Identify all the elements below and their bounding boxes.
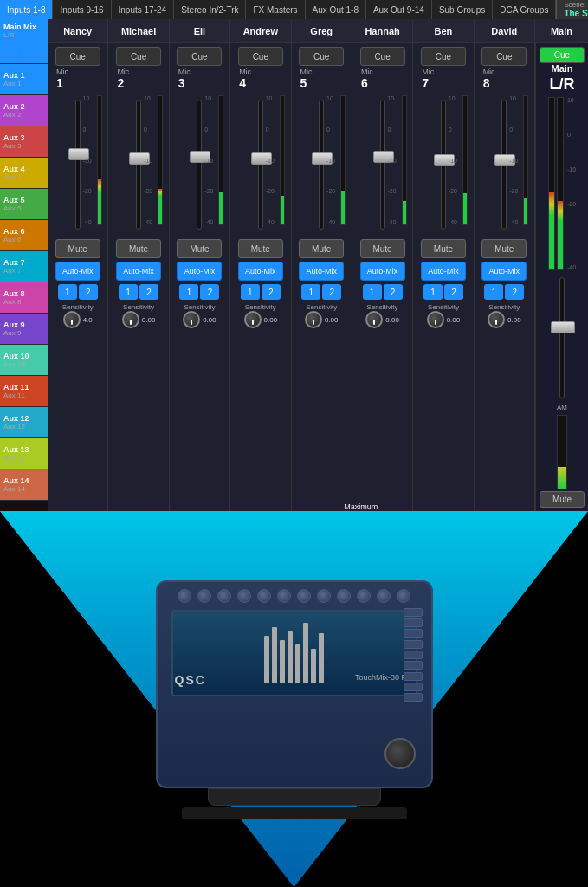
sensitivity-knob-6[interactable]: 0.00: [365, 311, 399, 328]
mute-btn-2[interactable]: Mute: [116, 239, 161, 258]
sidebar-item-aux2[interactable]: Aux 2 Aux 2: [0, 95, 48, 126]
device-nav-knob[interactable]: [384, 738, 416, 769]
device-knob-8[interactable]: [317, 589, 331, 603]
device-ctrl-btn-8[interactable]: [404, 683, 423, 691]
sidebar-item-aux8[interactable]: Aux 8 Aux 8: [0, 282, 48, 314]
device-knob-1[interactable]: [178, 589, 191, 603]
sensitivity-knob-8[interactable]: 0.00: [488, 311, 521, 328]
sidebar-item-aux13[interactable]: Aux 13 Aux 13: [0, 438, 48, 469]
automix-btn-5[interactable]: Auto-Mix: [299, 262, 344, 281]
device-knob-7[interactable]: [297, 589, 311, 603]
device-knob-9[interactable]: [337, 589, 351, 603]
mute-btn-7[interactable]: Mute: [421, 239, 466, 258]
device-knob-4[interactable]: [237, 589, 251, 603]
num-btn-6-2[interactable]: 2: [384, 284, 403, 300]
sensitivity-knob-4[interactable]: 0.00: [244, 311, 278, 328]
tab-aux-out-1-8[interactable]: Aux Out 1-8: [306, 0, 366, 19]
main-mute-btn[interactable]: Mute: [540, 491, 585, 508]
num-btn-8-1[interactable]: 1: [484, 284, 503, 300]
sensitivity-knob-3[interactable]: 0.00: [183, 311, 216, 328]
device-knob-3[interactable]: [217, 589, 231, 603]
mute-btn-8[interactable]: Mute: [481, 239, 527, 258]
sidebar-item-aux14[interactable]: Aux 14 Aux 14: [0, 469, 48, 501]
device-ctrl-btn-1[interactable]: [404, 608, 423, 617]
sidebar-item-aux6[interactable]: Aux 6 Aux 6: [0, 220, 48, 251]
fader-8[interactable]: 10 0 -10 -20 -40: [478, 95, 530, 234]
automix-btn-8[interactable]: Auto-Mix: [481, 262, 527, 281]
automix-btn-6[interactable]: Auto-Mix: [360, 262, 405, 281]
num-btn-2-1[interactable]: 1: [119, 284, 138, 300]
sidebar-item-aux11[interactable]: Aux 11 Aux 11: [0, 376, 48, 407]
main-cue-btn[interactable]: Cue: [540, 47, 585, 63]
num-btn-5-2[interactable]: 2: [322, 284, 341, 300]
num-btn-2-2[interactable]: 2: [139, 284, 158, 300]
num-btn-6-1[interactable]: 1: [363, 284, 382, 300]
fader-7[interactable]: 10 0 -10 -20 -40: [417, 95, 469, 234]
automix-btn-2[interactable]: Auto-Mix: [116, 262, 161, 281]
fader-4[interactable]: 10 0 -10 -20 -40: [235, 95, 287, 234]
sensitivity-knob-5[interactable]: 0.00: [305, 311, 339, 328]
device-knob-2[interactable]: [197, 589, 211, 603]
num-btn-5-1[interactable]: 1: [301, 284, 320, 300]
cue-btn-8[interactable]: Cue: [481, 47, 527, 66]
fader-5[interactable]: 10 0 -10 -20 -40: [295, 95, 347, 234]
num-btn-3-1[interactable]: 1: [179, 284, 198, 300]
sensitivity-knob-2[interactable]: 0.00: [122, 311, 156, 328]
tab-aux-out-9-14[interactable]: Aux Out 9-14: [366, 0, 432, 19]
tab-inputs-17-24[interactable]: Inputs 17-24: [112, 0, 175, 19]
automix-btn-3[interactable]: Auto-Mix: [177, 262, 222, 281]
tab-inputs-1-8[interactable]: Inputs 1-8: [0, 0, 53, 19]
cue-btn-5[interactable]: Cue: [299, 47, 344, 66]
mute-btn-6[interactable]: Mute: [360, 239, 405, 258]
num-btn-1-1[interactable]: 1: [58, 284, 77, 300]
device-ctrl-btn-4[interactable]: [404, 640, 423, 649]
device-ctrl-btn-5[interactable]: [404, 651, 423, 659]
automix-btn-4[interactable]: Auto-Mix: [238, 262, 283, 281]
cue-btn-3[interactable]: Cue: [177, 47, 222, 66]
num-btn-7-2[interactable]: 2: [444, 284, 463, 300]
num-btn-4-1[interactable]: 1: [241, 284, 260, 300]
sidebar-item-aux9[interactable]: Aux 9 Aux 9: [0, 314, 48, 345]
tab-fx-masters[interactable]: FX Masters: [246, 0, 305, 19]
mute-btn-1[interactable]: Mute: [55, 239, 100, 258]
cue-btn-7[interactable]: Cue: [421, 47, 466, 66]
automix-btn-7[interactable]: Auto-Mix: [421, 262, 466, 281]
automix-btn-1[interactable]: Auto-Mix: [55, 262, 100, 281]
device-knob-10[interactable]: [357, 589, 371, 603]
sidebar-item-aux3[interactable]: Aux 3 Aux 3: [0, 126, 48, 158]
num-btn-7-1[interactable]: 1: [423, 284, 443, 300]
cue-btn-6[interactable]: Cue: [360, 47, 405, 66]
cue-btn-1[interactable]: Cue: [55, 47, 100, 66]
device-ctrl-btn-2[interactable]: [404, 618, 423, 627]
cue-btn-4[interactable]: Cue: [238, 47, 283, 66]
tab-sub-groups[interactable]: Sub Groups: [432, 0, 493, 19]
num-btn-1-2[interactable]: 2: [79, 284, 98, 300]
mute-btn-3[interactable]: Mute: [177, 239, 222, 258]
device-knob-5[interactable]: [257, 589, 271, 603]
sidebar-item-aux10[interactable]: Aux 10 Aux 10: [0, 345, 48, 376]
sensitivity-knob-1[interactable]: 4.0: [63, 311, 93, 328]
fader-2[interactable]: 10 0 -10 -20 -40: [113, 95, 165, 234]
mute-btn-4[interactable]: Mute: [238, 239, 283, 258]
tab-stereo-in[interactable]: Stereo In/2-Trk: [174, 0, 246, 19]
sidebar-item-aux1[interactable]: Aux 1 Aux 1: [0, 64, 48, 95]
device-ctrl-btn-3[interactable]: [404, 629, 423, 638]
device-ctrl-btn-9[interactable]: [404, 693, 423, 702]
num-btn-8-2[interactable]: 2: [505, 284, 524, 300]
num-btn-4-2[interactable]: 2: [262, 284, 281, 300]
sidebar-item-main-mix[interactable]: Main Mix L/R: [0, 19, 48, 64]
mute-btn-5[interactable]: Mute: [299, 239, 344, 258]
device-knob-6[interactable]: [277, 589, 291, 603]
num-btn-3-2[interactable]: 2: [200, 284, 219, 300]
tab-dca-groups[interactable]: DCA Groups: [493, 0, 556, 19]
fader-1[interactable]: 10 0 -10 -20 -40: [52, 95, 104, 234]
fader-3[interactable]: 10 0 -10 -20 -40: [173, 95, 225, 234]
sidebar-item-aux7[interactable]: Aux 7 Aux 7: [0, 251, 48, 282]
sidebar-item-aux12[interactable]: Aux 12 Aux 12: [0, 407, 48, 438]
device-knob-11[interactable]: [377, 589, 391, 603]
sidebar-item-aux5[interactable]: Aux 5 Aux 5: [0, 189, 48, 220]
sensitivity-knob-7[interactable]: 0.00: [427, 311, 461, 328]
device-ctrl-btn-7[interactable]: [404, 672, 423, 681]
cue-btn-2[interactable]: Cue: [116, 47, 161, 66]
device-knob-12[interactable]: [397, 589, 410, 603]
